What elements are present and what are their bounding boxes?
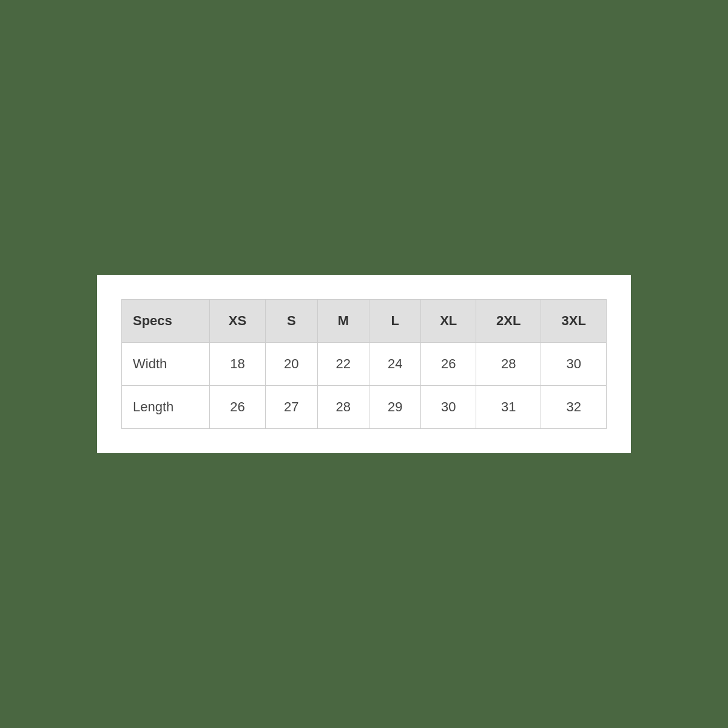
row-length-l: 29: [369, 386, 421, 429]
header-specs: Specs: [122, 300, 210, 343]
row-width-3xl: 30: [541, 343, 607, 386]
header-s: S: [266, 300, 317, 343]
row-width-m: 22: [317, 343, 369, 386]
table-row: Length 26 27 28 29 30 31 32: [122, 386, 607, 429]
row-width-2xl: 28: [476, 343, 541, 386]
row-length-label: Length: [122, 386, 210, 429]
row-width-xl: 26: [421, 343, 476, 386]
header-xl: XL: [421, 300, 476, 343]
table-header-row: Specs XS S M L XL 2XL 3XL: [122, 300, 607, 343]
row-width-xs: 18: [209, 343, 265, 386]
row-length-3xl: 32: [541, 386, 607, 429]
specs-table: Specs XS S M L XL 2XL 3XL Width 18 20 22…: [121, 299, 607, 429]
row-width-label: Width: [122, 343, 210, 386]
table-row: Width 18 20 22 24 26 28 30: [122, 343, 607, 386]
row-length-xl: 30: [421, 386, 476, 429]
specs-card: Specs XS S M L XL 2XL 3XL Width 18 20 22…: [97, 275, 631, 453]
header-xs: XS: [209, 300, 265, 343]
header-l: L: [369, 300, 421, 343]
row-length-2xl: 31: [476, 386, 541, 429]
row-width-l: 24: [369, 343, 421, 386]
header-3xl: 3XL: [541, 300, 607, 343]
header-2xl: 2XL: [476, 300, 541, 343]
row-length-xs: 26: [209, 386, 265, 429]
header-m: M: [317, 300, 369, 343]
row-width-s: 20: [266, 343, 317, 386]
row-length-m: 28: [317, 386, 369, 429]
row-length-s: 27: [266, 386, 317, 429]
